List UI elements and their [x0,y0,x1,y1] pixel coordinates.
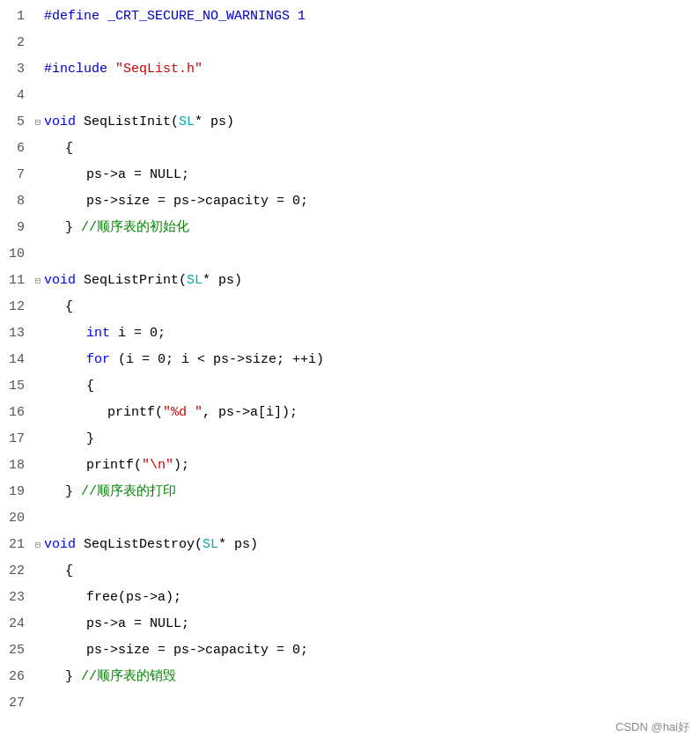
line-number: 4 [0,83,32,109]
line-number: 6 [0,136,32,162]
line-number: 3 [0,56,32,83]
line-content: ps->size = ps->capacity = 0; [44,637,308,664]
code-line: 16printf("%d ", ps->a[i]); [0,400,700,426]
code-line: 15{ [0,373,700,400]
line-number: 7 [0,162,32,188]
line-number: 11 [0,268,32,294]
line-content: { [44,558,73,585]
code-line: 20 [0,505,700,532]
code-line: 7ps->a = NULL; [0,162,700,188]
line-number: 25 [0,637,32,664]
code-line: 25ps->size = ps->capacity = 0; [0,637,700,664]
line-content: } //顺序表的打印 [44,479,176,505]
line-content: void SeqListPrint(SL* ps) [44,268,242,294]
line-content: printf("\n"); [44,453,189,479]
line-content: int i = 0; [44,320,166,347]
line-content: ps->a = NULL; [44,162,189,188]
code-line: 2 [0,30,700,56]
code-line: 5⊟void SeqListInit(SL* ps) [0,109,700,136]
code-body: 1#define _CRT_SECURE_NO_WARNINGS 123#inc… [0,0,700,744]
code-line: 22{ [0,558,700,585]
fold-icon: ⊟ [32,109,44,136]
line-content: #define _CRT_SECURE_NO_WARNINGS 1 [44,4,306,30]
line-content: { [44,294,73,320]
code-line: 17} [0,426,700,453]
line-number: 19 [0,479,32,505]
code-line: 9} //顺序表的初始化 [0,215,700,241]
line-content: free(ps->a); [44,585,181,611]
line-content: ps->a = NULL; [44,611,189,637]
code-container: 1#define _CRT_SECURE_NO_WARNINGS 123#inc… [0,0,700,744]
line-number: 23 [0,585,32,611]
line-content: } //顺序表的初始化 [44,215,189,241]
line-number: 1 [0,4,32,30]
line-number: 8 [0,188,32,215]
line-content: ps->size = ps->capacity = 0; [44,188,308,215]
line-content: void SeqListDestroy(SL* ps) [44,532,258,558]
line-number: 18 [0,453,32,479]
line-number: 12 [0,294,32,320]
code-line: 18printf("\n"); [0,453,700,479]
code-line: 11⊟void SeqListPrint(SL* ps) [0,268,700,294]
line-number: 20 [0,505,32,532]
line-number: 13 [0,320,32,347]
code-line: 10 [0,241,700,268]
code-line: 19} //顺序表的打印 [0,479,700,505]
code-line: 3#include "SeqList.h" [0,56,700,83]
line-content: { [44,136,73,162]
line-number: 15 [0,373,32,400]
code-line: 13int i = 0; [0,320,700,347]
line-number: 21 [0,532,32,558]
code-line: 23free(ps->a); [0,585,700,611]
line-content: { [44,373,94,400]
code-line: 1#define _CRT_SECURE_NO_WARNINGS 1 [0,4,700,30]
code-line: 6{ [0,136,700,162]
line-number: 17 [0,426,32,453]
code-line: 12{ [0,294,700,320]
line-number: 2 [0,30,32,56]
line-content: void SeqListInit(SL* ps) [44,109,234,136]
line-content: for (i = 0; i < ps->size; ++i) [44,347,324,373]
code-line: 8ps->size = ps->capacity = 0; [0,188,700,215]
code-line: 27 [0,690,700,717]
line-number: 16 [0,400,32,426]
line-number: 10 [0,241,32,268]
line-number: 14 [0,347,32,373]
code-line: 4 [0,83,700,109]
line-content: #include "SeqList.h" [44,56,203,83]
line-number: 27 [0,690,32,717]
fold-icon: ⊟ [32,268,44,294]
watermark: CSDN @hai好 [615,719,689,735]
code-line: 24ps->a = NULL; [0,611,700,637]
line-number: 24 [0,611,32,637]
line-content: printf("%d ", ps->a[i]); [44,400,298,426]
line-number: 26 [0,664,32,690]
fold-icon: ⊟ [32,532,44,558]
line-number: 9 [0,215,32,241]
code-line: 21⊟void SeqListDestroy(SL* ps) [0,532,700,558]
code-line: 14for (i = 0; i < ps->size; ++i) [0,347,700,373]
line-content: } [44,426,94,453]
line-number: 22 [0,558,32,585]
line-content: } //顺序表的销毁 [44,664,176,690]
line-number: 5 [0,109,32,136]
code-line: 26} //顺序表的销毁 [0,664,700,690]
